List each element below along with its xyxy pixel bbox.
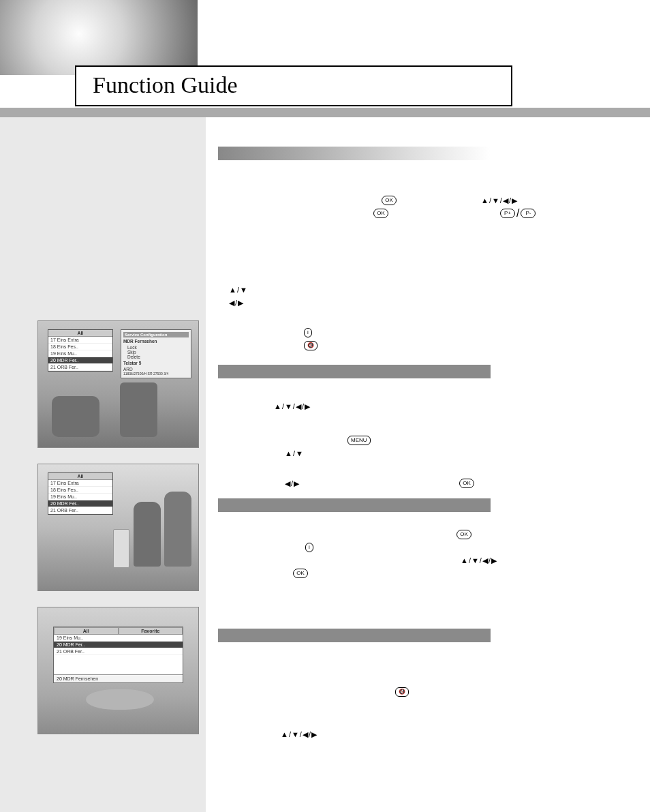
instruction-line: 🔇 <box>218 687 613 697</box>
popup-title: MDR Fernsehen <box>123 339 189 344</box>
menu-icon: MENU <box>347 436 371 445</box>
slash: / <box>516 207 519 220</box>
instruction-line: OK <box>218 529 613 540</box>
instruction-line: MENU <box>218 435 613 446</box>
figure <box>113 529 129 568</box>
arrows-lr-icon: ◀/▶ <box>229 299 244 307</box>
arrows-ud-icon: ▲/▼ <box>229 286 248 294</box>
instruction-line: OK P+/P- <box>218 208 613 219</box>
ok-icon: OK <box>373 209 388 218</box>
osd-config-popup: Service Configuration MDR Fernsehen Lock… <box>121 329 191 378</box>
section-header-2 <box>218 365 491 378</box>
osd-list-header: All <box>48 473 112 480</box>
mute-icon: 🔇 <box>395 687 409 697</box>
popup-footer: Telstar 5 <box>123 361 189 365</box>
p-minus-icon: P- <box>521 209 536 218</box>
section-header-4 <box>218 629 491 642</box>
arrows-udlr-icon: ▲/▼/◀/▶ <box>274 402 311 411</box>
title-box: Function Guide <box>75 65 512 106</box>
info-icon: i <box>305 543 313 552</box>
popup-item: Lock <box>123 345 189 350</box>
list-item: 19 Eins Mu.. <box>48 494 112 500</box>
arrows-udlr-icon: ▲/▼/◀/▶ <box>481 196 518 205</box>
figure <box>86 689 154 710</box>
list-item: 19 Eins Mu.. <box>54 635 183 642</box>
instruction-line: OK ▲/▼/◀/▶ <box>218 195 613 206</box>
instruction-line: ▲/▼ <box>218 284 613 295</box>
figure <box>134 502 161 567</box>
ok-icon: OK <box>382 196 397 205</box>
osd-channel-list: All 17 Eins Extra 18 Eins Fes.. 19 Eins … <box>48 472 113 515</box>
arrows-udlr-icon: ▲/▼/◀/▶ <box>461 556 497 565</box>
section-header-3 <box>218 498 491 512</box>
osd-wide-header: All Favorite <box>54 627 183 635</box>
horizontal-band <box>0 108 650 117</box>
instruction-line: 🔇 <box>218 340 613 351</box>
screenshot-3: All Favorite 19 Eins Mu.. 20 MDR Fer.. 2… <box>37 607 199 734</box>
osd-wide-footer: 20 MDR Fernsehen <box>54 674 183 682</box>
section-header-1 <box>218 147 491 160</box>
instruction-line: ▲/▼ <box>218 448 613 459</box>
ok-icon: OK <box>456 530 471 539</box>
page-title: Function Guide <box>93 72 495 98</box>
instruction-line: ◀/▶ <box>218 297 613 308</box>
arrows-lr-icon: ◀/▶ <box>285 479 300 488</box>
popup-footer: 11836/27500/H SR 27500 3/4 <box>123 372 189 376</box>
list-item: 17 Eins Extra <box>48 480 112 487</box>
content-column: OK ▲/▼/◀/▶ OK P+/P- ▲/▼ ◀/▶ i 🔇 ▲/▼/◀/▶ <box>218 133 613 742</box>
list-item: 18 Eins Fes.. <box>48 344 112 350</box>
popup-item: Skip <box>123 350 189 355</box>
figure <box>164 492 191 567</box>
popup-header: Service Configuration <box>123 332 189 337</box>
list-item-selected: 20 MDR Fer.. <box>48 500 112 507</box>
instruction-line: ▲/▼/◀/▶ <box>218 729 613 740</box>
list-item: 21 ORB Fer.. <box>48 507 112 514</box>
page: Function Guide OK ▲/▼/◀/▶ OK P+/P- ▲/▼ ◀… <box>0 0 650 812</box>
instruction-line: OK <box>218 568 613 579</box>
header-left: All <box>54 627 119 635</box>
arrows-ud-icon: ▲/▼ <box>285 449 304 457</box>
header-gradient <box>0 0 198 75</box>
instruction-line: ◀/▶ OK <box>218 478 613 489</box>
screenshot-1: All 17 Eins Extra 18 Eins Fes.. 19 Eins … <box>37 320 199 448</box>
ok-icon: OK <box>459 479 474 488</box>
ok-icon: OK <box>293 569 308 578</box>
popup-footer: ARD <box>123 367 189 372</box>
list-item: 19 Eins Mu.. <box>48 350 112 357</box>
arrows-udlr-icon: ▲/▼/◀/▶ <box>281 730 318 739</box>
instruction-line: i <box>218 327 613 338</box>
osd-channel-list: All 17 Eins Extra 18 Eins Fes.. 19 Eins … <box>48 329 113 372</box>
osd-wide-list: All Favorite 19 Eins Mu.. 20 MDR Fer.. 2… <box>53 627 183 683</box>
list-item-selected: 20 MDR Fer.. <box>54 642 183 648</box>
list-item-selected: 20 MDR Fer.. <box>48 357 112 364</box>
list-item: 17 Eins Extra <box>48 337 112 344</box>
instruction-line: ▲/▼/◀/▶ <box>218 401 613 412</box>
p-plus-icon: P+ <box>500 209 515 218</box>
screenshot-2: All 17 Eins Extra 18 Eins Fes.. 19 Eins … <box>37 464 199 591</box>
list-item: 21 ORB Fer.. <box>48 364 112 371</box>
figure <box>120 382 157 437</box>
mute-icon: 🔇 <box>304 341 318 350</box>
list-item: 21 ORB Fer.. <box>54 648 183 655</box>
list-item: 18 Eins Fes.. <box>48 487 112 494</box>
header-right: Favorite <box>119 627 183 635</box>
instruction-line: i <box>218 542 613 553</box>
osd-list-header: All <box>48 330 112 337</box>
instruction-line: ▲/▼/◀/▶ <box>218 555 613 566</box>
figure <box>52 396 99 437</box>
popup-item: Delete <box>123 355 189 359</box>
info-icon: i <box>304 328 312 337</box>
